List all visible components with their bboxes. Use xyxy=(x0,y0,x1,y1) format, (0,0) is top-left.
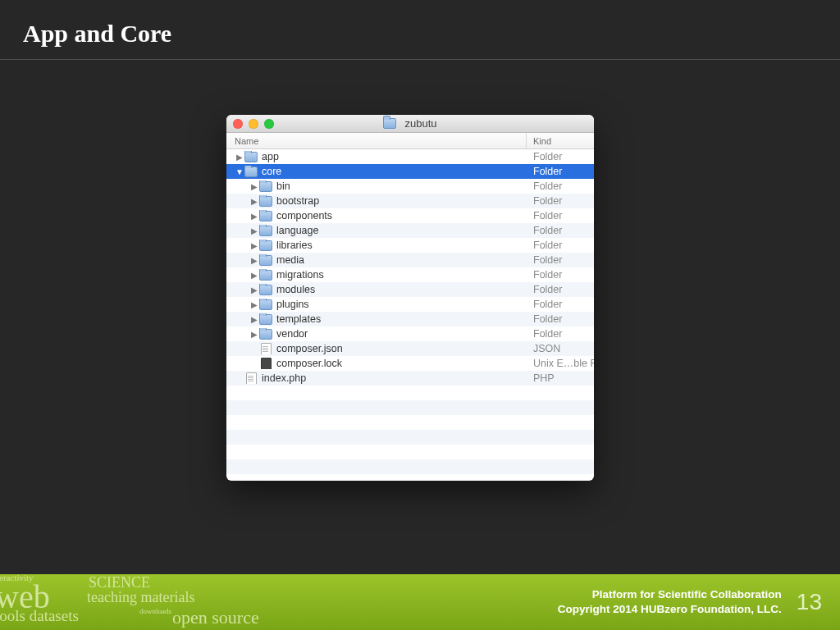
folder-icon xyxy=(259,181,272,192)
table-row[interactable]: ▶binFolder xyxy=(226,179,594,194)
chevron-right-icon[interactable]: ▶ xyxy=(249,241,259,250)
table-row-empty xyxy=(226,430,594,445)
window-title-text: zubutu xyxy=(404,117,436,130)
folder-icon xyxy=(259,226,272,236)
column-header-kind[interactable]: Kind xyxy=(527,133,594,148)
folder-icon xyxy=(259,196,272,207)
cell-kind: Folder xyxy=(527,299,594,310)
table-row[interactable]: ▶librariesFolder xyxy=(226,238,594,253)
cell-kind: Folder xyxy=(527,254,594,266)
column-header-name[interactable]: Name xyxy=(226,133,527,148)
table-row[interactable]: ▶bootstrapFolder xyxy=(226,194,594,208)
cell-kind: Folder xyxy=(527,284,594,295)
table-row[interactable]: ▶pluginsFolder xyxy=(226,297,594,312)
cell-name: ▶bootstrap xyxy=(226,195,527,207)
table-row[interactable]: ▶modulesFolder xyxy=(226,282,594,297)
file-name: media xyxy=(276,254,304,266)
zoom-icon[interactable] xyxy=(264,119,274,129)
footer-line2: Copyright 2014 HUBzero Foundation, LLC. xyxy=(558,602,782,617)
cell-kind: Folder xyxy=(527,151,594,162)
file-name: plugins xyxy=(276,299,309,310)
folder-icon xyxy=(259,211,272,221)
chevron-right-icon[interactable]: ▶ xyxy=(249,256,259,265)
wordcloud-word: tools datasets xyxy=(0,607,79,625)
file-name: templates xyxy=(276,313,321,325)
folder-icon xyxy=(259,255,272,266)
window-titlebar[interactable]: zubutu xyxy=(226,115,594,133)
file-name: migrations xyxy=(276,269,324,281)
table-row[interactable]: ▶templatesFolder xyxy=(226,312,594,326)
cell-kind: Folder xyxy=(527,328,594,340)
cell-name: composer.json xyxy=(226,343,527,354)
cell-name: ▶components xyxy=(226,210,527,221)
cell-kind: Folder xyxy=(527,313,594,325)
cell-name: ▶plugins xyxy=(226,299,527,310)
table-row[interactable]: index.phpPHP xyxy=(226,371,594,386)
footer-line1: Platform for Scientific Collaboration xyxy=(558,587,782,602)
chevron-right-icon[interactable]: ▶ xyxy=(249,182,259,191)
window-title: zubutu xyxy=(226,117,594,130)
cell-kind: Unix E…ble F xyxy=(527,358,594,369)
file-name: app xyxy=(262,151,279,162)
file-name: libraries xyxy=(276,240,313,251)
cell-kind: Folder xyxy=(527,240,594,251)
table-row[interactable]: ▶vendorFolder xyxy=(226,326,594,341)
chevron-right-icon[interactable]: ▶ xyxy=(249,315,259,324)
table-row-empty xyxy=(226,415,594,430)
table-row-empty xyxy=(226,400,594,415)
chevron-right-icon[interactable]: ▶ xyxy=(249,285,259,294)
file-name: composer.json xyxy=(276,343,343,354)
file-name: bin xyxy=(276,180,290,192)
close-icon[interactable] xyxy=(233,119,243,129)
chevron-right-icon[interactable]: ▶ xyxy=(249,212,259,221)
file-name: modules xyxy=(276,284,315,295)
cell-name: ▶modules xyxy=(226,284,527,295)
file-name: vendor xyxy=(276,328,308,340)
wordcloud-word: downloads xyxy=(139,607,171,615)
table-row[interactable]: ▶appFolder xyxy=(226,149,594,164)
minimize-icon[interactable] xyxy=(249,119,258,129)
slide-title: App and Core xyxy=(0,0,840,59)
file-list: ▶appFolder▼coreFolder▶binFolder▶bootstra… xyxy=(226,149,594,474)
table-row[interactable]: ▶componentsFolder xyxy=(226,208,594,223)
chevron-down-icon[interactable]: ▼ xyxy=(235,167,244,176)
file-name: core xyxy=(262,166,281,177)
finder-window: zubutu Name Kind ▶appFolder▼coreFolder▶b… xyxy=(226,115,594,481)
cell-kind: JSON xyxy=(527,343,594,354)
traffic-lights xyxy=(233,119,274,129)
wordcloud-word: teaching materials xyxy=(87,589,194,606)
cell-name: ▼core xyxy=(226,166,527,177)
table-row[interactable]: ▶migrationsFolder xyxy=(226,267,594,282)
cell-name: ▶media xyxy=(226,254,527,266)
table-row[interactable]: ▼coreFolder xyxy=(226,164,594,179)
folder-icon xyxy=(259,329,272,340)
folder-icon xyxy=(244,152,258,162)
chevron-right-icon[interactable]: ▶ xyxy=(249,226,259,235)
table-row-empty xyxy=(226,386,594,400)
table-row[interactable]: ▶mediaFolder xyxy=(226,253,594,267)
cell-name: index.php xyxy=(226,372,527,384)
chevron-right-icon[interactable]: ▶ xyxy=(249,300,259,309)
chevron-right-icon[interactable]: ▶ xyxy=(249,271,259,280)
folder-icon xyxy=(259,240,272,251)
table-row[interactable]: composer.jsonJSON xyxy=(226,341,594,356)
folder-icon xyxy=(259,299,272,310)
wordcloud-word: open source xyxy=(172,607,259,628)
table-row[interactable]: ▶languageFolder xyxy=(226,223,594,238)
cell-name: ▶bin xyxy=(226,180,527,192)
cell-kind: PHP xyxy=(527,372,594,384)
chevron-right-icon[interactable]: ▶ xyxy=(249,330,259,339)
chevron-right-icon[interactable]: ▶ xyxy=(235,153,244,162)
folder-icon xyxy=(244,167,258,177)
cell-name: ▶migrations xyxy=(226,269,527,281)
table-row-empty xyxy=(226,445,594,459)
folder-icon xyxy=(383,118,396,129)
file-name: components xyxy=(276,210,332,221)
file-name: composer.lock xyxy=(276,358,342,369)
cell-kind: Folder xyxy=(527,225,594,236)
title-divider xyxy=(0,59,840,60)
chevron-right-icon[interactable]: ▶ xyxy=(249,197,259,206)
footer-wordcloud: teractivitySCIENCEwebteaching materialst… xyxy=(0,574,345,630)
table-row-empty xyxy=(226,459,594,474)
table-row[interactable]: composer.lockUnix E…ble F xyxy=(226,356,594,371)
